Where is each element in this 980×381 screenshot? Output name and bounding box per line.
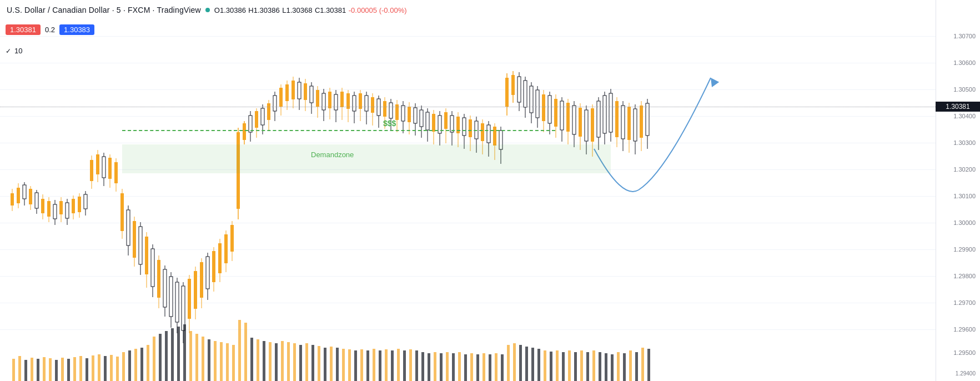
svg-rect-87 <box>273 96 277 111</box>
ohlc-close: C1.30381 <box>315 6 346 14</box>
svg-rect-17 <box>59 201 63 214</box>
svg-rect-167 <box>517 77 521 102</box>
svg-rect-53 <box>169 277 173 317</box>
svg-rect-279 <box>428 353 430 381</box>
indicator-label: 10 <box>14 47 22 55</box>
svg-rect-109 <box>340 92 344 107</box>
svg-rect-139 <box>432 114 435 132</box>
svg-rect-270 <box>373 349 375 381</box>
svg-rect-89 <box>279 88 283 107</box>
svg-rect-43 <box>139 227 142 264</box>
svg-rect-5 <box>23 185 26 199</box>
svg-rect-197 <box>609 93 612 132</box>
svg-rect-241 <box>195 334 198 381</box>
svg-rect-13 <box>47 201 51 217</box>
svg-rect-314 <box>641 348 644 381</box>
svg-rect-1 <box>11 193 14 205</box>
current-price-badge: 1.30381 <box>936 102 980 112</box>
svg-rect-242 <box>202 337 204 381</box>
svg-rect-247 <box>232 345 235 381</box>
svg-rect-133 <box>414 108 417 123</box>
svg-rect-248 <box>238 320 241 381</box>
svg-rect-7 <box>29 189 32 204</box>
ohlc-low: L1.30368 <box>282 6 312 14</box>
svg-rect-151 <box>469 119 472 137</box>
svg-rect-284 <box>458 352 461 381</box>
svg-rect-205 <box>634 109 637 141</box>
svg-rect-244 <box>214 341 217 381</box>
svg-rect-101 <box>316 90 319 107</box>
ask-price-badge[interactable]: 1.30383 <box>59 24 94 35</box>
svg-rect-123 <box>383 101 386 117</box>
svg-rect-93 <box>292 81 295 99</box>
svg-rect-282 <box>446 352 449 381</box>
price-label-14: 1.29400 <box>956 370 976 377</box>
svg-rect-11 <box>41 199 44 213</box>
svg-rect-119 <box>371 97 374 113</box>
svg-rect-175 <box>542 94 545 121</box>
svg-rect-296 <box>531 348 534 381</box>
svg-rect-103 <box>322 93 325 110</box>
dashed-resistance-line <box>122 130 555 131</box>
svg-rect-299 <box>550 352 552 381</box>
price-label-7: 1.30100 <box>953 193 976 199</box>
bid-price-badge[interactable]: 1.30381 <box>6 24 41 35</box>
svg-rect-305 <box>586 352 589 381</box>
svg-rect-261 <box>318 346 320 381</box>
svg-rect-61 <box>194 271 197 309</box>
svg-rect-157 <box>487 125 490 143</box>
svg-rect-297 <box>537 349 540 381</box>
svg-rect-246 <box>226 343 229 381</box>
svg-rect-313 <box>635 352 638 381</box>
svg-rect-269 <box>366 350 369 381</box>
svg-rect-230 <box>128 350 131 381</box>
svg-rect-310 <box>617 352 620 381</box>
ohlc-high: H1.30386 <box>248 6 279 14</box>
svg-rect-300 <box>556 350 559 381</box>
svg-rect-83 <box>261 108 264 125</box>
svg-rect-288 <box>483 353 485 381</box>
svg-rect-63 <box>200 262 203 298</box>
svg-rect-41 <box>133 221 136 258</box>
svg-rect-295 <box>525 347 528 381</box>
svg-rect-236 <box>165 331 168 381</box>
demand-zone <box>122 144 611 173</box>
svg-rect-155 <box>481 123 484 141</box>
svg-rect-286 <box>470 353 473 381</box>
svg-rect-125 <box>389 103 393 118</box>
checkmark-icon: ✓ <box>6 47 11 55</box>
y-axis: 1.30700 1.30600 1.30500 1.30400 1.30300 … <box>936 0 980 381</box>
indicator-row[interactable]: ✓ 10 <box>6 47 22 55</box>
svg-rect-195 <box>603 96 606 133</box>
svg-rect-169 <box>524 81 527 107</box>
svg-rect-243 <box>208 339 210 381</box>
svg-rect-222 <box>79 356 82 381</box>
svg-rect-259 <box>305 343 308 381</box>
svg-rect-227 <box>110 355 113 381</box>
svg-rect-228 <box>116 357 119 381</box>
prediction-curve <box>594 75 719 192</box>
svg-rect-131 <box>408 107 411 122</box>
svg-rect-191 <box>591 108 594 142</box>
svg-rect-67 <box>212 251 215 282</box>
price-label-6: 1.30200 <box>953 166 976 173</box>
svg-rect-189 <box>585 110 588 141</box>
svg-rect-255 <box>281 341 284 381</box>
svg-rect-143 <box>444 112 448 129</box>
spread-value: 0.2 <box>45 26 55 34</box>
svg-rect-275 <box>403 350 406 381</box>
price-label-1: 1.30700 <box>953 33 976 39</box>
svg-rect-276 <box>409 349 412 381</box>
svg-rect-77 <box>243 123 246 140</box>
volume-svg <box>0 314 936 381</box>
svg-rect-250 <box>250 338 253 381</box>
svg-rect-278 <box>421 352 424 381</box>
svg-rect-257 <box>293 343 296 381</box>
svg-rect-240 <box>189 331 192 381</box>
price-label-12: 1.29600 <box>953 326 976 333</box>
svg-rect-173 <box>536 90 539 118</box>
svg-rect-107 <box>334 94 338 110</box>
svg-rect-253 <box>269 342 272 381</box>
svg-rect-9 <box>35 193 38 208</box>
svg-rect-231 <box>134 349 137 381</box>
